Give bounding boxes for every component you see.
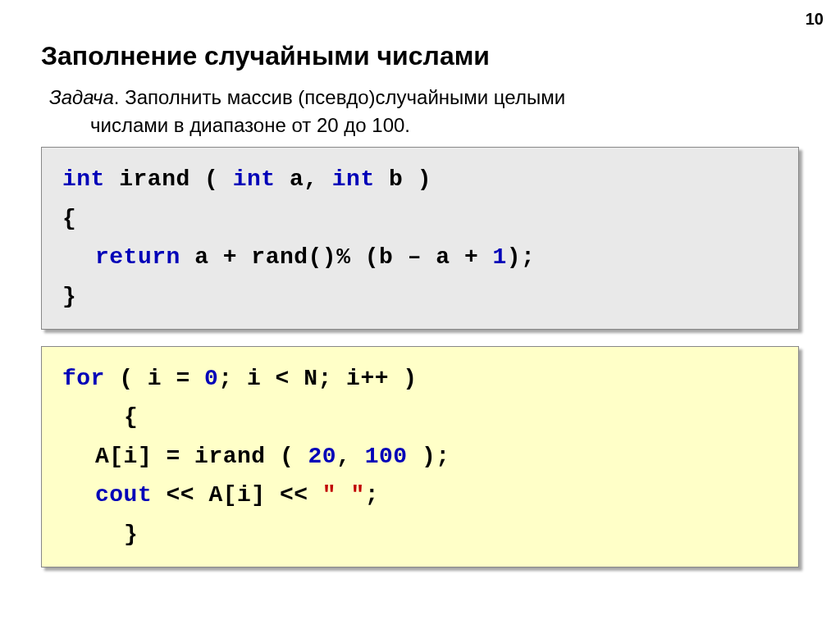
keyword-for: for	[62, 366, 105, 391]
keyword-int: int	[62, 166, 105, 192]
number-literal: 20	[308, 444, 337, 469]
task-description: Задача. Заполнить массив (псевдо)случайн…	[41, 84, 799, 139]
code-line: cout << A[i] << " ";	[62, 476, 778, 515]
code-block-function: int irand ( int a, int b ) { return a + …	[41, 147, 799, 329]
code-text: }	[62, 515, 138, 554]
code-text: ( i =	[105, 366, 204, 391]
code-line: {	[62, 199, 778, 239]
code-line: int irand ( int a, int b )	[62, 160, 778, 199]
code-text: ;	[365, 482, 379, 508]
page-title: Заполнение случайными числами	[41, 41, 799, 71]
page-number: 10	[806, 10, 824, 29]
string-literal: " "	[322, 482, 365, 508]
task-line2: числами в диапазоне от 20 до 100.	[49, 112, 799, 139]
code-text: {	[62, 398, 138, 437]
task-line1: Заполнить массив (псевдо)случайными целы…	[125, 86, 565, 108]
code-text: );	[408, 444, 450, 469]
code-line: }	[62, 277, 778, 317]
code-block-loop: for ( i = 0; i < N; i++ ) { A[i] = irand…	[41, 346, 799, 567]
keyword-int: int	[332, 166, 375, 192]
task-label: Задача	[49, 86, 114, 108]
code-text: A[i] = irand (	[95, 444, 308, 469]
code-line: {	[62, 398, 778, 437]
number-literal: 100	[365, 444, 408, 469]
code-text: irand (	[105, 166, 233, 192]
code-line: for ( i = 0; i < N; i++ )	[62, 359, 778, 399]
keyword-cout: cout	[95, 482, 152, 508]
code-line: A[i] = irand ( 20, 100 );	[62, 437, 778, 476]
code-text: ; i < N; i++ )	[218, 366, 417, 391]
code-text: a + rand()% (b – a +	[180, 244, 493, 270]
code-text: ,	[336, 444, 365, 469]
code-line: return a + rand()% (b – a + 1);	[62, 238, 778, 277]
number-literal: 1	[493, 244, 507, 270]
task-dot: .	[114, 86, 125, 108]
keyword-return: return	[95, 244, 180, 270]
code-text: << A[i] <<	[152, 482, 322, 508]
code-line: }	[62, 515, 778, 554]
code-text: );	[507, 244, 536, 270]
keyword-int: int	[233, 166, 276, 192]
number-literal: 0	[204, 366, 218, 391]
code-text: b )	[375, 166, 431, 192]
code-text: a,	[276, 166, 332, 192]
